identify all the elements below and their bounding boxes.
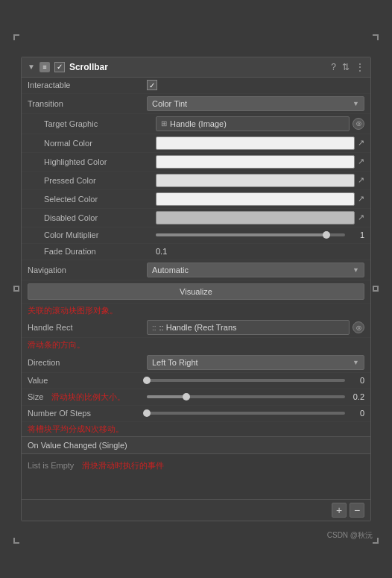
- steps-slider-value: 0: [350, 409, 364, 418]
- target-graphic-text: Handle (Image): [170, 119, 227, 128]
- inspector-panel: ▼ ≡ ✓ Scrollbar ? ⇅ ⋮ Interactable ✓ Tra…: [21, 57, 371, 521]
- navigation-row: Navigation Automatic ▼: [22, 260, 370, 280]
- visualize-button[interactable]: Visualize: [28, 283, 364, 300]
- size-slider-area: 0.2: [147, 392, 364, 401]
- highlighted-color-eyedropper-icon[interactable]: ↗: [358, 157, 364, 166]
- component-enabled-checkbox[interactable]: ✓: [54, 62, 65, 72]
- handle-rect-label: Handle Rect: [28, 323, 147, 332]
- navigation-dropdown[interactable]: Automatic ▼: [147, 263, 364, 277]
- image-icon: ⊞: [161, 119, 167, 128]
- selected-color-value: ↗: [156, 192, 364, 206]
- direction-dropdown-label: Left To Right: [152, 358, 198, 367]
- normal-color-label: Normal Color: [37, 139, 156, 148]
- fade-duration-row: Fade Duration 0.1: [22, 244, 370, 260]
- handle-rect-select-btn[interactable]: ◎: [353, 321, 364, 333]
- target-graphic-select-btn[interactable]: ◎: [353, 118, 364, 130]
- direction-label: Direction: [28, 358, 147, 367]
- highlighted-color-value: ↗: [156, 155, 364, 169]
- selected-color-row: Selected Color ↗: [22, 190, 370, 209]
- value-slider[interactable]: [147, 379, 345, 382]
- component-script-icon: ≡: [39, 62, 50, 72]
- selected-color-swatch[interactable]: [156, 192, 355, 206]
- size-slider[interactable]: [147, 395, 345, 398]
- add-event-button[interactable]: +: [332, 503, 347, 518]
- target-graphic-label: Target Graphic: [37, 119, 156, 128]
- steps-row: Number Of Steps 0: [22, 406, 370, 422]
- interactable-value: ✓: [147, 80, 364, 90]
- event-list-area: List is Empty 滑块滑动时执行的事件: [22, 454, 370, 499]
- visualize-row: Visualize: [22, 280, 370, 304]
- help-icon[interactable]: ?: [331, 62, 336, 72]
- remove-event-button[interactable]: −: [350, 503, 364, 518]
- navigation-value: Automatic ▼: [147, 263, 364, 277]
- handle-rect-value: :: :: Handle (Rect Trans ◎: [147, 320, 364, 335]
- color-multiplier-slider[interactable]: [156, 233, 345, 236]
- disabled-color-value: ↗: [156, 211, 364, 224]
- navigation-chevron-icon: ▼: [353, 266, 359, 274]
- direction-chevron-icon: ▼: [353, 359, 359, 366]
- size-slider-container: 0.2: [147, 392, 364, 401]
- color-multiplier-value: 1: [156, 230, 364, 239]
- normal-color-swatch[interactable]: [156, 136, 355, 150]
- highlighted-color-label: Highlighted Color: [37, 157, 156, 166]
- target-graphic-field[interactable]: ⊞ Handle (Image): [156, 116, 350, 131]
- selected-color-eyedropper-icon[interactable]: ↗: [358, 194, 364, 204]
- panel-title: Scrollbar: [69, 62, 326, 72]
- normal-color-row: Normal Color ↗: [22, 134, 370, 153]
- menu-icon[interactable]: ⋮: [355, 62, 364, 72]
- normal-color-value: ↗: [156, 136, 364, 150]
- normal-color-eyedropper-icon[interactable]: ↗: [358, 138, 364, 148]
- handle-rect-row: Handle Rect :: :: Handle (Rect Trans ◎: [22, 318, 370, 338]
- value-label: Value: [28, 376, 147, 385]
- annotation-4: 将槽块平均分成N次移动。: [22, 422, 370, 436]
- transition-row: Transition Color Tint ▼: [22, 94, 370, 114]
- corner-handle-tl: [13, 34, 19, 40]
- annotation-1: 关联的滚动块图形对象。: [22, 304, 370, 318]
- size-row: Size 滑动块的比例大小。 0.2: [22, 389, 370, 406]
- list-empty-text: List is Empty: [28, 461, 74, 470]
- steps-slider-container: 0: [147, 409, 364, 418]
- side-handle-left: [13, 286, 19, 292]
- pressed-color-eyedropper-icon[interactable]: ↗: [358, 175, 364, 185]
- annotation-5: 滑块滑动时执行的事件: [82, 461, 164, 470]
- color-multiplier-row: Color Multiplier 1: [22, 227, 370, 244]
- direction-value: Left To Right ▼: [147, 355, 364, 370]
- highlighted-color-swatch[interactable]: [156, 155, 355, 169]
- navigation-label: Navigation: [28, 266, 147, 274]
- color-multiplier-slider-value: 1: [350, 230, 364, 239]
- panel-header: ▼ ≡ ✓ Scrollbar ? ⇅ ⋮: [22, 57, 370, 78]
- steps-slider-area: 0: [147, 409, 364, 418]
- size-slider-value: 0.2: [350, 392, 364, 401]
- collapse-arrow-icon[interactable]: ▼: [28, 63, 35, 71]
- fade-duration-value: 0.1: [156, 247, 364, 256]
- rect-transform-icon: ::: [152, 324, 157, 332]
- handle-rect-field[interactable]: :: :: Handle (Rect Trans: [147, 320, 350, 335]
- header-icons: ? ⇅ ⋮: [331, 62, 364, 72]
- steps-slider[interactable]: [147, 412, 345, 415]
- visualize-btn-container: Visualize: [28, 283, 364, 300]
- value-slider-value: 0: [350, 376, 364, 385]
- disabled-color-row: Disabled Color ↗: [22, 209, 370, 227]
- preset-icon[interactable]: ⇅: [342, 62, 350, 72]
- disabled-color-eyedropper-icon[interactable]: ↗: [358, 213, 364, 222]
- transition-dropdown[interactable]: Color Tint ▼: [147, 96, 364, 111]
- highlighted-color-row: Highlighted Color ↗: [22, 153, 370, 172]
- annotation-2: 滑动条的方向。: [22, 338, 370, 352]
- handle-rect-text: :: Handle (Rect Trans: [159, 323, 237, 332]
- direction-dropdown[interactable]: Left To Right ▼: [147, 355, 364, 370]
- target-graphic-row: Target Graphic ⊞ Handle (Image) ◎: [22, 114, 370, 134]
- fade-duration-text: 0.1: [156, 247, 167, 256]
- value-slider-container: 0: [147, 376, 364, 385]
- pressed-color-value: ↗: [156, 174, 364, 187]
- pressed-color-row: Pressed Color ↗: [22, 172, 370, 190]
- on-value-changed-header: On Value Changed (Single): [22, 436, 370, 454]
- corner-handle-br: [373, 538, 379, 544]
- interactable-checkbox[interactable]: ✓: [147, 80, 157, 90]
- pressed-color-swatch[interactable]: [156, 174, 355, 187]
- value-slider-area: 0: [147, 376, 364, 385]
- disabled-color-swatch[interactable]: [156, 211, 355, 224]
- interactable-row: Interactable ✓: [22, 78, 370, 94]
- steps-label: Number Of Steps: [28, 409, 147, 418]
- pressed-color-label: Pressed Color: [37, 176, 156, 185]
- annotation-3: 滑动块的比例大小。: [51, 392, 125, 401]
